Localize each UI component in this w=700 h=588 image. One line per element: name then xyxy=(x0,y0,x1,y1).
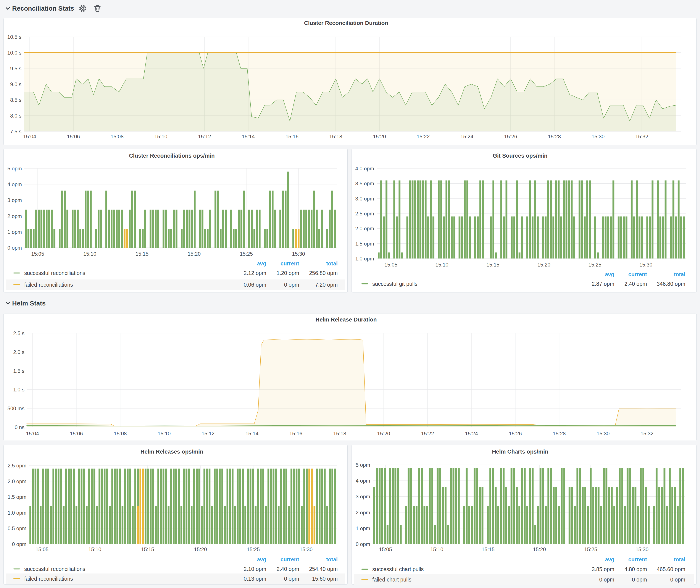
svg-text:15.60 opm: 15.60 opm xyxy=(312,576,338,582)
svg-text:3.85 opm: 3.85 opm xyxy=(592,566,614,572)
svg-text:500 ms: 500 ms xyxy=(7,405,24,411)
svg-text:15:06: 15:06 xyxy=(70,431,83,436)
svg-text:0.5 opm: 0.5 opm xyxy=(8,525,26,531)
svg-text:15:25: 15:25 xyxy=(588,262,601,268)
svg-text:15:26: 15:26 xyxy=(509,431,522,436)
svg-text:465.60 opm: 465.60 opm xyxy=(657,566,685,572)
svg-text:15:15: 15:15 xyxy=(486,262,499,268)
svg-text:15:10: 15:10 xyxy=(435,262,448,268)
svg-text:15:14: 15:14 xyxy=(245,431,258,436)
svg-text:15:04: 15:04 xyxy=(23,134,36,139)
svg-text:1.0 opm: 1.0 opm xyxy=(8,510,26,516)
svg-text:0.06 opm: 0.06 opm xyxy=(244,282,266,288)
svg-text:4 opm: 4 opm xyxy=(356,478,370,484)
svg-text:total: total xyxy=(326,260,338,267)
svg-text:current: current xyxy=(628,271,647,277)
svg-text:total: total xyxy=(674,271,685,277)
svg-text:7.5 s: 7.5 s xyxy=(10,129,21,134)
svg-text:15:15: 15:15 xyxy=(141,546,154,552)
svg-text:15:20: 15:20 xyxy=(194,546,207,552)
svg-text:2 opm: 2 opm xyxy=(356,510,370,515)
svg-text:1.5 opm: 1.5 opm xyxy=(8,494,26,500)
svg-text:successful reconciliations: successful reconciliations xyxy=(24,270,85,276)
svg-text:Cluster Reconciliations ops/mi: Cluster Reconciliations ops/min xyxy=(129,152,215,159)
svg-text:15:15: 15:15 xyxy=(482,546,495,552)
svg-text:15:10: 15:10 xyxy=(154,134,167,139)
svg-text:0 opm: 0 opm xyxy=(12,541,26,547)
svg-text:Reconciliation Stats: Reconciliation Stats xyxy=(12,5,74,12)
svg-text:Git Sources ops/min: Git Sources ops/min xyxy=(493,152,548,159)
svg-text:Helm Releases ops/min: Helm Releases ops/min xyxy=(140,448,203,455)
svg-text:2.5 opm: 2.5 opm xyxy=(355,211,374,216)
svg-text:15:16: 15:16 xyxy=(289,431,302,436)
svg-text:1 opm: 1 opm xyxy=(7,229,22,235)
svg-text:7.20 opm: 7.20 opm xyxy=(315,282,338,288)
svg-text:15:06: 15:06 xyxy=(67,134,80,139)
svg-text:15:08: 15:08 xyxy=(111,134,124,139)
svg-text:total: total xyxy=(674,556,685,562)
svg-text:15:12: 15:12 xyxy=(198,134,211,139)
svg-text:10.0 s: 10.0 s xyxy=(7,50,21,56)
svg-text:15:30: 15:30 xyxy=(635,546,648,552)
svg-text:successful chart pulls: successful chart pulls xyxy=(372,566,424,572)
svg-text:2.5 s: 2.5 s xyxy=(13,330,24,336)
svg-text:15:32: 15:32 xyxy=(635,134,648,139)
svg-text:1 opm: 1 opm xyxy=(356,525,370,531)
svg-text:2.5 opm: 2.5 opm xyxy=(8,463,26,468)
svg-text:0 opm: 0 opm xyxy=(632,577,647,583)
svg-text:current: current xyxy=(281,260,299,267)
svg-text:failed reconciliations: failed reconciliations xyxy=(24,576,73,582)
svg-text:2.40 opm: 2.40 opm xyxy=(277,566,299,572)
svg-text:15:04: 15:04 xyxy=(26,431,39,436)
svg-text:avg: avg xyxy=(605,556,614,562)
svg-text:15:05: 15:05 xyxy=(379,546,392,552)
svg-text:15:28: 15:28 xyxy=(553,431,566,436)
svg-text:15:30: 15:30 xyxy=(300,546,313,552)
svg-text:4.0 opm: 4.0 opm xyxy=(355,166,374,171)
svg-text:15:05: 15:05 xyxy=(384,262,397,268)
svg-text:3.5 opm: 3.5 opm xyxy=(355,181,374,186)
svg-text:Cluster Reconciliation Duratio: Cluster Reconciliation Duration xyxy=(304,20,388,26)
svg-text:9.5 s: 9.5 s xyxy=(10,66,21,71)
svg-text:2.12 opm: 2.12 opm xyxy=(244,270,266,276)
svg-text:15:28: 15:28 xyxy=(548,134,561,139)
svg-text:avg: avg xyxy=(257,260,266,267)
svg-text:3 opm: 3 opm xyxy=(7,197,22,203)
svg-text:346.80 opm: 346.80 opm xyxy=(657,281,685,287)
svg-text:2.0 opm: 2.0 opm xyxy=(355,226,374,231)
svg-text:15:10: 15:10 xyxy=(430,546,443,552)
svg-text:15:30: 15:30 xyxy=(597,431,610,436)
svg-text:2.10 opm: 2.10 opm xyxy=(244,566,266,572)
svg-text:Helm Charts ops/min: Helm Charts ops/min xyxy=(492,448,548,455)
svg-text:15:20: 15:20 xyxy=(373,134,386,139)
svg-text:failed chart pulls: failed chart pulls xyxy=(372,577,411,583)
svg-text:15:08: 15:08 xyxy=(114,431,127,436)
svg-text:15:32: 15:32 xyxy=(640,431,653,436)
svg-text:Helm Release Duration: Helm Release Duration xyxy=(315,316,377,323)
svg-text:9.0 s: 9.0 s xyxy=(10,81,21,87)
svg-text:3.0 opm: 3.0 opm xyxy=(355,196,374,202)
svg-text:15:20: 15:20 xyxy=(533,546,546,552)
svg-text:15:30: 15:30 xyxy=(592,134,605,139)
svg-text:15:20: 15:20 xyxy=(188,251,201,257)
svg-text:1.5 s: 1.5 s xyxy=(13,368,24,374)
svg-text:0 opm: 0 opm xyxy=(356,541,370,547)
svg-text:0 opm: 0 opm xyxy=(284,282,299,288)
svg-text:avg: avg xyxy=(605,271,614,277)
svg-text:15:30: 15:30 xyxy=(292,251,305,257)
svg-text:15:14: 15:14 xyxy=(242,134,255,139)
svg-text:failed reconciliations: failed reconciliations xyxy=(24,282,73,288)
svg-text:2.0 opm: 2.0 opm xyxy=(8,478,26,484)
svg-text:0.13 opm: 0.13 opm xyxy=(244,576,266,582)
svg-text:15:24: 15:24 xyxy=(460,134,473,139)
svg-text:15:05: 15:05 xyxy=(35,546,48,552)
svg-text:2.87 opm: 2.87 opm xyxy=(592,281,614,287)
svg-text:8.0 s: 8.0 s xyxy=(10,113,21,119)
svg-text:0 opm: 0 opm xyxy=(7,245,22,251)
svg-text:avg: avg xyxy=(257,556,266,562)
svg-text:0 opm: 0 opm xyxy=(284,576,299,582)
svg-text:15:18: 15:18 xyxy=(333,431,346,436)
svg-text:total: total xyxy=(326,556,338,562)
svg-text:15:30: 15:30 xyxy=(639,262,652,268)
svg-text:15:26: 15:26 xyxy=(504,134,517,139)
